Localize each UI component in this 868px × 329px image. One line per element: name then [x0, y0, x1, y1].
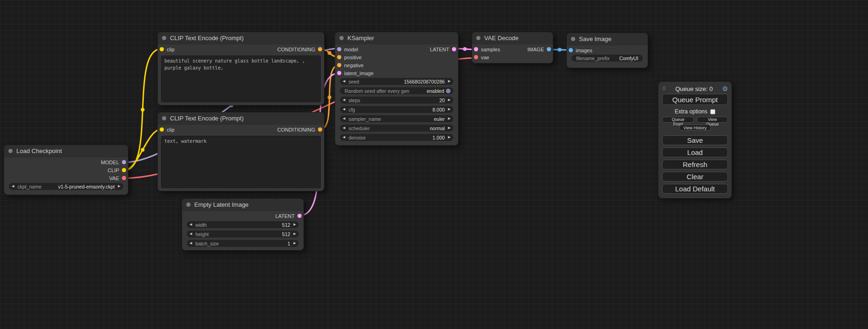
decrement-arrow-icon[interactable]: ◀ — [190, 223, 192, 226]
queue-front-button[interactable]: Queue Front — [662, 117, 694, 123]
output-label: LATENT — [275, 213, 295, 219]
output-slot-model[interactable] — [122, 160, 126, 164]
node-title-bar[interactable]: VAE Decode — [472, 32, 553, 44]
output-slot-latent[interactable] — [452, 47, 456, 51]
clear-button[interactable]: Clear — [662, 172, 728, 182]
widget-value: v1-5-pruned-emaonly.ckpt — [58, 184, 114, 189]
increment-arrow-icon[interactable]: ▶ — [448, 80, 451, 83]
widget-value: normal — [430, 126, 445, 131]
node-clip-text-encode-positive[interactable]: CLIP Text Encode (Prompt) clip CONDITION… — [157, 32, 325, 105]
load-default-button[interactable]: Load Default — [662, 184, 728, 194]
extra-options-checkbox[interactable] — [710, 109, 715, 114]
increment-arrow-icon[interactable]: ▶ — [294, 232, 296, 236]
load-button[interactable]: Load — [662, 147, 728, 157]
decrement-arrow-icon[interactable]: ◀ — [343, 117, 345, 120]
node-title-bar[interactable]: CLIP Text Encode (Prompt) — [158, 32, 324, 44]
collapse-dot-icon[interactable] — [571, 37, 575, 41]
widget-batch-size[interactable]: ◀ batch_size 1 ▶ — [187, 240, 299, 247]
node-clip-text-encode-negative[interactable]: CLIP Text Encode (Prompt) clip CONDITION… — [157, 112, 325, 191]
input-label: negative — [344, 63, 364, 68]
collapse-dot-icon[interactable] — [162, 36, 166, 40]
node-title: KSampler — [347, 35, 374, 42]
collapse-dot-icon[interactable] — [162, 116, 166, 120]
decrement-arrow-icon[interactable]: ◀ — [343, 98, 345, 102]
input-slot-positive[interactable] — [337, 55, 341, 59]
widget-denoise[interactable]: ◀ denoise 1.000 ▶ — [340, 134, 453, 141]
widget-label: height — [195, 231, 209, 237]
input-slot-clip[interactable] — [160, 47, 164, 51]
widget-seed[interactable]: ◀ seed 156680208700286 ▶ — [340, 78, 453, 85]
decrement-arrow-icon[interactable]: ◀ — [12, 185, 14, 188]
widget-ckpt-name[interactable]: ◀ ckpt_name v1-5-pruned-emaonly.ckpt ▶ — [9, 183, 123, 190]
output-slot-clip[interactable] — [122, 168, 126, 172]
input-slot-vae[interactable] — [474, 55, 478, 59]
widget-width[interactable]: ◀ width 512 ▶ — [187, 221, 299, 228]
prompt-textarea[interactable]: text, watermark — [161, 136, 321, 188]
collapse-dot-icon[interactable] — [186, 203, 191, 207]
collapse-dot-icon[interactable] — [8, 149, 13, 153]
input-slot-images[interactable] — [569, 48, 573, 52]
decrement-arrow-icon[interactable]: ◀ — [343, 136, 345, 139]
refresh-button[interactable]: Refresh — [662, 160, 728, 169]
increment-arrow-icon[interactable]: ▶ — [448, 136, 451, 139]
output-slot-vae[interactable] — [122, 176, 126, 180]
increment-arrow-icon[interactable]: ▶ — [448, 98, 451, 102]
view-history-button[interactable]: View History — [679, 125, 711, 131]
widget-label: Random seed after every gen — [345, 88, 409, 94]
node-title-bar[interactable]: CLIP Text Encode (Prompt) — [158, 112, 324, 125]
graph-canvas[interactable]: Load Checkpoint MODEL CLIP VAE ◀ ckpt_na… — [0, 0, 868, 329]
increment-arrow-icon[interactable]: ▶ — [294, 242, 296, 245]
decrement-arrow-icon[interactable]: ◀ — [343, 126, 345, 130]
decrement-arrow-icon[interactable]: ◀ — [190, 232, 192, 236]
queue-prompt-button[interactable]: Queue Prompt — [662, 94, 728, 105]
input-slot-clip[interactable] — [160, 127, 164, 132]
collapse-dot-icon[interactable] — [339, 36, 344, 40]
decrement-arrow-icon[interactable]: ◀ — [190, 242, 192, 245]
node-title-bar[interactable]: Save Image — [567, 33, 648, 45]
prompt-textarea[interactable]: beautiful scenery nature glass bottle la… — [161, 56, 321, 102]
decrement-arrow-icon[interactable]: ◀ — [343, 80, 345, 83]
settings-gear-icon[interactable]: ⚙ — [722, 85, 728, 92]
save-button[interactable]: Save — [662, 135, 728, 145]
increment-arrow-icon[interactable]: ▶ — [294, 223, 296, 226]
output-slot-conditioning[interactable] — [318, 47, 322, 51]
widget-sampler-name[interactable]: ◀ sampler_name euler ▶ — [340, 115, 453, 122]
input-label: latent_image — [344, 70, 374, 76]
increment-arrow-icon[interactable]: ▶ — [118, 185, 120, 188]
decrement-arrow-icon[interactable]: ◀ — [343, 108, 345, 111]
input-slot-negative[interactable] — [337, 63, 341, 67]
widget-cfg[interactable]: ◀ cfg 8.000 ▶ — [340, 106, 453, 113]
input-slot-samples[interactable] — [474, 47, 478, 51]
node-vae-decode[interactable]: VAE Decode samples IMAGE vae — [472, 32, 553, 63]
toggle-knob[interactable] — [446, 89, 451, 93]
queue-size-label: Queue size: 0 — [666, 85, 722, 92]
input-slot-latent-image[interactable] — [337, 71, 341, 75]
input-slot-model[interactable] — [337, 47, 341, 51]
collapse-dot-icon[interactable] — [476, 36, 480, 40]
output-slot-conditioning[interactable] — [318, 127, 322, 132]
node-title-bar[interactable]: Load Checkpoint — [4, 145, 128, 157]
node-title-bar[interactable]: KSampler — [335, 32, 458, 44]
link-midpoint-dot — [558, 48, 562, 52]
widget-label: batch_size — [195, 241, 219, 246]
widget-height[interactable]: ◀ height 512 ▶ — [187, 231, 299, 238]
queue-panel[interactable]: ⠿ Queue size: 0 ⚙ Queue Prompt Extra opt… — [658, 82, 732, 198]
output-slot-image[interactable] — [547, 47, 551, 51]
link-midpoint-dot — [328, 96, 332, 99]
increment-arrow-icon[interactable]: ▶ — [448, 108, 451, 111]
node-title-bar[interactable]: Empty Latent Image — [182, 199, 303, 211]
node-save-image[interactable]: Save Image images filename_prefix ComfyU… — [566, 33, 648, 68]
node-ksampler[interactable]: KSampler model LATENT positive negative … — [335, 32, 459, 146]
widget-random-seed-toggle[interactable]: Random seed after every gen enabled — [340, 87, 453, 94]
widget-filename-prefix[interactable]: filename_prefix ComfyUI — [572, 55, 643, 62]
node-load-checkpoint[interactable]: Load Checkpoint MODEL CLIP VAE ◀ ckpt_na… — [4, 145, 128, 195]
view-queue-button[interactable]: View Queue — [697, 117, 728, 123]
output-slot-latent[interactable] — [297, 214, 302, 218]
widget-scheduler[interactable]: ◀ scheduler normal ▶ — [340, 125, 453, 132]
increment-arrow-icon[interactable]: ▶ — [448, 117, 451, 120]
node-empty-latent-image[interactable]: Empty Latent Image LATENT ◀ width 512 ▶ … — [182, 198, 304, 251]
drag-handle-icon[interactable]: ⠿ — [662, 86, 666, 92]
node-title: Save Image — [579, 35, 611, 42]
increment-arrow-icon[interactable]: ▶ — [448, 126, 451, 130]
widget-steps[interactable]: ◀ steps 20 ▶ — [340, 97, 453, 104]
